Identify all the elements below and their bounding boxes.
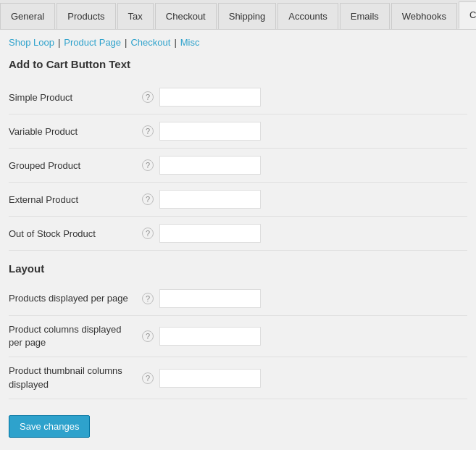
- field-label-thumbnail-columns: Product thumbnail columnsdisplayed: [9, 357, 139, 399]
- help-cell-simple-product: ?: [139, 80, 156, 114]
- subnav-misc[interactable]: Misc: [180, 37, 200, 48]
- field-label-product-columns: Product columns displayedper page: [9, 316, 139, 357]
- help-cell-product-columns: ?: [139, 316, 156, 357]
- help-icon-products-per-page[interactable]: ?: [142, 293, 154, 304]
- subnav-separator: |: [58, 37, 60, 48]
- field-label-out-of-stock-product: Out of Stock Product: [9, 217, 139, 251]
- field-label-products-per-page: Products displayed per page: [9, 282, 139, 316]
- subnav-checkout[interactable]: Checkout: [130, 37, 170, 48]
- input-external-product[interactable]: [159, 190, 261, 209]
- table-row: Variable Product ?: [9, 114, 467, 149]
- help-cell-grouped-product: ?: [139, 149, 156, 183]
- tab-shipping[interactable]: Shipping: [218, 3, 277, 29]
- input-cell-grouped-product: [156, 149, 467, 183]
- table-row: Grouped Product ?: [9, 149, 467, 183]
- help-icon-grouped-product[interactable]: ?: [142, 159, 154, 171]
- subnav-separator: |: [125, 37, 127, 48]
- tab-emails[interactable]: Emails: [340, 3, 390, 29]
- add-to-cart-section-title: Add to Cart Button Text: [9, 58, 467, 70]
- help-cell-external-product: ?: [139, 183, 156, 217]
- input-thumbnail-columns[interactable]: [159, 369, 261, 388]
- tab-accounts[interactable]: Accounts: [277, 3, 338, 29]
- input-cell-product-columns: [156, 316, 467, 357]
- input-cell-simple-product: [156, 80, 467, 114]
- input-product-columns[interactable]: [159, 327, 261, 346]
- subnav-product-page[interactable]: Product Page: [64, 37, 121, 48]
- tab-tax[interactable]: Tax: [117, 3, 154, 29]
- subnav-separator: |: [174, 37, 176, 48]
- help-cell-out-of-stock-product: ?: [139, 217, 156, 251]
- add-to-cart-table: Simple Product ? Variable Product ? Grou…: [9, 80, 467, 251]
- table-row: Products displayed per page ?: [9, 282, 467, 316]
- field-label-variable-product: Variable Product: [9, 114, 139, 149]
- input-grouped-product[interactable]: [159, 156, 261, 175]
- table-row: Out of Stock Product ?: [9, 217, 467, 251]
- help-icon-product-columns[interactable]: ?: [142, 330, 154, 342]
- field-label-grouped-product: Grouped Product: [9, 149, 139, 183]
- help-icon-simple-product[interactable]: ?: [142, 91, 154, 103]
- input-simple-product[interactable]: [159, 88, 261, 107]
- main-content: Shop Loop | Product Page | Checkout | Mi…: [0, 30, 476, 449]
- tab-products[interactable]: Products: [57, 3, 115, 29]
- table-row: Product columns displayedper page ?: [9, 316, 467, 357]
- layout-section-title: Layout: [9, 262, 467, 275]
- tab-checkout[interactable]: Checkout: [155, 3, 217, 29]
- input-variable-product[interactable]: [159, 122, 261, 141]
- help-icon-external-product[interactable]: ?: [142, 193, 154, 205]
- help-icon-variable-product[interactable]: ?: [142, 125, 154, 137]
- table-row: External Product ?: [9, 183, 467, 217]
- sub-navigation: Shop Loop | Product Page | Checkout | Mi…: [9, 37, 467, 48]
- field-label-external-product: External Product: [9, 183, 139, 217]
- input-cell-thumbnail-columns: [156, 357, 467, 399]
- tab-customizer[interactable]: Customizer: [459, 1, 476, 29]
- tab-general[interactable]: General: [0, 3, 55, 29]
- input-cell-variable-product: [156, 114, 467, 149]
- field-label-simple-product: Simple Product: [9, 80, 139, 114]
- table-row: Simple Product ?: [9, 80, 467, 114]
- help-icon-thumbnail-columns[interactable]: ?: [142, 372, 154, 384]
- help-cell-products-per-page: ?: [139, 282, 156, 316]
- input-cell-out-of-stock-product: [156, 217, 467, 251]
- input-products-per-page[interactable]: [159, 289, 261, 308]
- help-icon-out-of-stock-product[interactable]: ?: [142, 228, 154, 239]
- input-cell-external-product: [156, 183, 467, 217]
- subnav-shop-loop[interactable]: Shop Loop: [9, 37, 54, 48]
- save-button[interactable]: Save changes: [9, 415, 90, 438]
- help-cell-thumbnail-columns: ?: [139, 357, 156, 399]
- help-cell-variable-product: ?: [139, 114, 156, 149]
- tab-webhooks[interactable]: Webhooks: [391, 3, 457, 29]
- layout-table: Products displayed per page ? Product co…: [9, 282, 467, 399]
- table-row: Product thumbnail columnsdisplayed ?: [9, 357, 467, 399]
- input-out-of-stock-product[interactable]: [159, 224, 261, 243]
- input-cell-products-per-page: [156, 282, 467, 316]
- tab-bar: GeneralProductsTaxCheckoutShippingAccoun…: [0, 0, 476, 30]
